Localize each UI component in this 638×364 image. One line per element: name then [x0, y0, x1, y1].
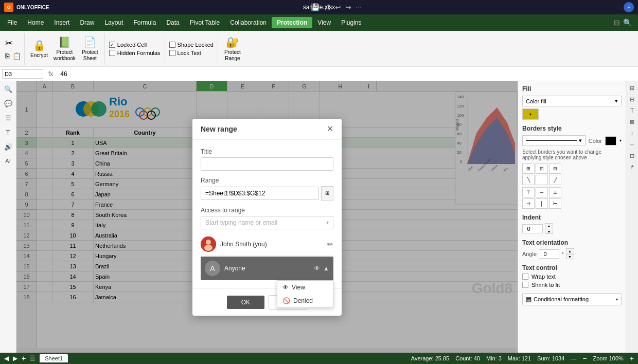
indent-down-icon[interactable]: ▼: [545, 229, 553, 234]
range-selector-icon[interactable]: ⊞: [321, 186, 333, 201]
sheet-tab[interactable]: Sheet1: [40, 354, 68, 362]
cond-format-icon: ▦: [526, 296, 531, 303]
border-left-icon[interactable]: ⊣: [522, 198, 535, 209]
window-icon[interactable]: ⊟: [614, 19, 620, 27]
menu-collaboration[interactable]: Collaboration: [225, 17, 272, 28]
cond-format-button[interactable]: ▦ Conditional formatting ▾: [522, 293, 622, 305]
hidden-formulas-checkbox[interactable]: Hidden Formulas: [109, 50, 161, 56]
panel-icon-5[interactable]: ↕: [628, 129, 637, 138]
search-icon[interactable]: 🔍: [623, 19, 632, 27]
lock-text-checkbox[interactable]: Lock Text: [169, 50, 214, 56]
menu-draw[interactable]: Draw: [75, 17, 99, 28]
logo-icon: O: [4, 3, 13, 12]
speaker-icon[interactable]: 🔊: [3, 141, 14, 152]
border-all-icon[interactable]: ⊟: [549, 163, 561, 174]
menu-data[interactable]: Data: [161, 17, 184, 28]
menu-file[interactable]: File: [2, 17, 22, 28]
border-diag2-icon[interactable]: ╱: [549, 175, 561, 185]
shrink-fit-checkbox[interactable]: Shrink to fit: [522, 282, 622, 288]
translation-icon[interactable]: T: [3, 126, 14, 138]
border-outer-icon[interactable]: ⊞: [522, 163, 535, 174]
angle-input[interactable]: [539, 249, 559, 259]
angle-up-icon[interactable]: ▲: [566, 248, 574, 253]
menu-home[interactable]: Home: [22, 17, 49, 28]
anyone-chevron-up-icon[interactable]: ▲: [323, 265, 329, 272]
border-style-dropdown[interactable]: ▾: [522, 135, 586, 146]
menu-plugins[interactable]: Plugins: [336, 17, 366, 28]
border-mid-v-icon[interactable]: │: [536, 198, 548, 209]
formula-input[interactable]: [58, 69, 636, 79]
perm-option-view[interactable]: 👁 View: [277, 281, 333, 294]
panel-icon-6[interactable]: ↔: [628, 140, 637, 149]
border-diag-icon[interactable]: ╲: [522, 175, 535, 185]
undo-icon[interactable]: ↩: [335, 3, 341, 11]
menu-pivot[interactable]: Pivot Table: [185, 17, 225, 28]
permission-dropdown: 👁 View 🚫 Denied: [277, 280, 333, 308]
encrypt-button[interactable]: 🔒 Encrypt: [28, 34, 50, 64]
copy-button[interactable]: ⎘: [4, 51, 10, 61]
cut-button[interactable]: ✂: [4, 37, 22, 50]
border-inner-icon[interactable]: ⊡: [536, 163, 548, 174]
border-right-icon[interactable]: ⊢: [549, 198, 561, 209]
locked-cell-checkbox[interactable]: ✓ Locked Cell: [109, 42, 161, 48]
menu-insert[interactable]: Insert: [49, 17, 75, 28]
borders-color-swatch[interactable]: [605, 136, 616, 145]
menu-formula[interactable]: Formula: [128, 17, 161, 28]
search-sidebar-icon[interactable]: 🔍: [3, 83, 14, 95]
redo-icon[interactable]: ↪: [345, 3, 351, 11]
protect-sheet-icon: 📄: [83, 36, 96, 48]
zoom-out-icon[interactable]: −: [582, 354, 587, 362]
panel-icon-7[interactable]: ⊡: [628, 151, 637, 160]
menu-view[interactable]: View: [312, 17, 336, 28]
protect-workbook-button[interactable]: 📗 Protectworkbook: [51, 34, 78, 64]
cond-format-arrow-icon: ▾: [616, 297, 618, 302]
panel-icon-4[interactable]: ⊠: [628, 117, 637, 126]
shrink-fit-label: Shrink to fit: [531, 282, 560, 288]
title-input[interactable]: [201, 157, 333, 171]
panel-icon-8[interactable]: ↱: [628, 162, 637, 172]
border-none-icon[interactable]: [536, 175, 548, 185]
ok-button[interactable]: OK: [227, 296, 264, 309]
dropdown-arrow-icon: ▾: [326, 220, 329, 225]
headings-icon[interactable]: ☰: [3, 112, 14, 123]
cell-ref-input[interactable]: [2, 69, 43, 79]
wrap-text-checkbox[interactable]: Wrap text: [522, 274, 622, 280]
range-input[interactable]: [201, 187, 319, 200]
protect-range-button[interactable]: 🔐 ProtectRange: [221, 34, 244, 64]
shape-locked-label: Shape Locked: [178, 42, 214, 48]
shape-locked-checkbox[interactable]: Shape Locked: [169, 42, 214, 48]
borders-color-label: Color: [589, 138, 602, 144]
border-top-icon[interactable]: ⊤: [522, 187, 535, 197]
border-style-arrow-icon: ▾: [579, 137, 582, 144]
color-swatch[interactable]: ▾: [522, 108, 539, 120]
menu-protection[interactable]: Protection: [272, 17, 312, 28]
border-bot-icon[interactable]: ⊥: [549, 187, 561, 197]
sheet-list-icon[interactable]: ☰: [30, 355, 36, 362]
modal-close-button[interactable]: ✕: [327, 125, 333, 133]
title-field-group: Title: [201, 148, 333, 171]
panel-icon-3[interactable]: T: [628, 106, 637, 115]
fill-type-dropdown[interactable]: Color fill ▾: [522, 96, 622, 106]
panel-icon-2[interactable]: ⊟: [628, 95, 637, 104]
access-dropdown[interactable]: Start typing name or email ▾: [201, 216, 333, 229]
panel-icon-1[interactable]: ⊞: [628, 83, 637, 93]
protect-sheet-button[interactable]: 📄 ProtectSheet: [79, 34, 101, 64]
perm-option-denied[interactable]: 🚫 Denied: [277, 294, 333, 307]
indent-up-icon[interactable]: ▲: [545, 223, 553, 228]
prev-sheet-icon[interactable]: ◀: [4, 355, 9, 362]
border-mid-h-icon[interactable]: ─: [536, 187, 548, 197]
shrink-fit-check-icon: [522, 282, 528, 288]
user-edit-icon[interactable]: ✏: [327, 240, 333, 248]
indent-input[interactable]: [522, 224, 543, 233]
view-option-icon: 👁: [282, 284, 289, 291]
comment-icon[interactable]: 💬: [3, 98, 14, 109]
angle-down-icon[interactable]: ▼: [566, 254, 574, 259]
menu-layout[interactable]: Layout: [99, 17, 128, 28]
status-min: Min: 3: [486, 355, 502, 361]
paste-button[interactable]: 📋: [11, 51, 22, 61]
add-sheet-icon[interactable]: +: [22, 354, 26, 362]
ai-icon[interactable]: AI: [3, 155, 14, 167]
next-sheet-icon[interactable]: ▶: [13, 355, 17, 362]
zoom-in-icon[interactable]: +: [630, 354, 634, 362]
more-icon[interactable]: ···: [356, 3, 362, 11]
